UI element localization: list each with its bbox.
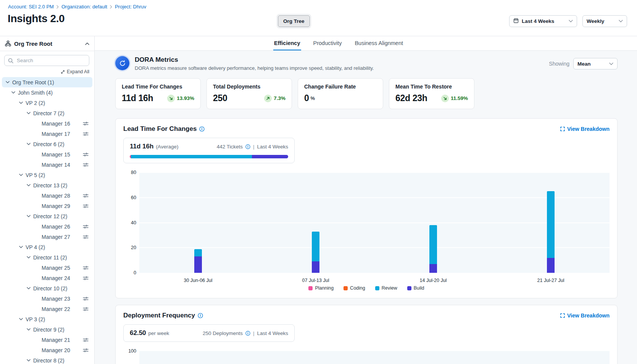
breadcrumb-link[interactable]: Organization: default <box>61 4 107 10</box>
tree-item-manager-26[interactable]: Manager 26 <box>0 221 94 232</box>
chevron-down-icon[interactable] <box>27 359 31 362</box>
tree-item-vp-2-2[interactable]: VP 2 (2) <box>0 98 94 108</box>
info-icon[interactable] <box>245 331 250 336</box>
chevron-down-icon[interactable] <box>6 81 10 84</box>
tab-efficiency[interactable]: Efficiency <box>273 36 301 50</box>
filter-icon[interactable] <box>83 235 89 239</box>
org-tree-header[interactable]: Org Tree Root <box>0 36 94 51</box>
chevron-up-icon[interactable] <box>85 42 89 45</box>
org-tree-button[interactable]: Org Tree <box>278 15 310 27</box>
filter-icon[interactable] <box>83 224 89 229</box>
gridline <box>139 197 610 198</box>
legend-item-build[interactable]: Build <box>407 285 424 291</box>
filter-icon[interactable] <box>83 193 89 198</box>
tree-item-vp-5-2[interactable]: VP 5 (2) <box>0 170 94 180</box>
tab-business-alignment[interactable]: Business Alignment <box>354 36 404 50</box>
chevron-down-icon[interactable] <box>27 184 31 187</box>
trend-down-icon <box>441 95 449 102</box>
tree-item-label: Manager 21 <box>42 337 70 343</box>
chevron-down-icon[interactable] <box>27 143 31 145</box>
filter-icon[interactable] <box>83 307 89 311</box>
filter-icon[interactable] <box>83 276 89 280</box>
legend-label: Coding <box>350 285 365 291</box>
chevron-down-icon[interactable] <box>19 318 23 321</box>
filter-icon[interactable] <box>83 121 89 126</box>
tree-item-manager-27[interactable]: Manager 27 <box>0 232 94 242</box>
tree-item-manager-21[interactable]: Manager 21 <box>0 335 94 345</box>
aggregation-select[interactable]: Mean <box>573 58 618 69</box>
tree-item-director-12-2[interactable]: Director 12 (2) <box>0 211 94 221</box>
tree-item-director-6-2[interactable]: Director 6 (2) <box>0 139 94 149</box>
bar-segment-review <box>312 232 319 262</box>
tree-item-manager-23[interactable]: Manager 23 <box>0 293 94 304</box>
tree-item-org-tree-root-1[interactable]: Org Tree Root (1) <box>2 77 92 87</box>
breadcrumb-link[interactable]: Project: Dhruv <box>115 4 146 10</box>
chevron-down-icon[interactable] <box>27 112 31 114</box>
chevron-down-icon[interactable] <box>27 328 31 331</box>
tree-item-director-9-2[interactable]: Director 9 (2) <box>0 324 94 335</box>
tree-item-manager-17[interactable]: Manager 17 <box>0 129 94 139</box>
distribution-segment-build <box>252 155 288 158</box>
expand-all-button[interactable]: Expand All <box>0 69 89 74</box>
filter-icon[interactable] <box>83 163 89 167</box>
bar-21-jul-27-jul <box>547 172 555 273</box>
tree-item-manager-25[interactable]: Manager 25 <box>0 263 94 273</box>
tree-item-manager-15[interactable]: Manager 15 <box>0 149 94 159</box>
bar-07-jul-13-jul <box>312 172 319 273</box>
filter-icon[interactable] <box>83 152 89 157</box>
chevron-down-icon[interactable] <box>27 256 31 259</box>
filter-icon[interactable] <box>83 266 89 270</box>
tree-item-director-11-2[interactable]: Director 11 (2) <box>0 252 94 263</box>
tree-item-manager-28[interactable]: Manager 28 <box>0 190 94 201</box>
breadcrumb-link[interactable]: Account: SEI 2.0 PM <box>8 4 54 10</box>
tree-item-director-10-2[interactable]: Director 10 (2) <box>0 283 94 293</box>
chevron-down-icon[interactable] <box>19 174 23 176</box>
tree-item-label: Manager 29 <box>42 203 70 209</box>
tree-item-vp-3-2[interactable]: VP 3 (2) <box>0 314 94 324</box>
filter-icon[interactable] <box>83 132 89 136</box>
chevron-down-icon[interactable] <box>27 215 31 217</box>
page-header: Account: SEI 2.0 PMOrganization: default… <box>0 0 637 36</box>
tree-item-manager-20[interactable]: Manager 20 <box>0 345 94 355</box>
filter-icon[interactable] <box>83 338 89 342</box>
granularity-select[interactable]: Weekly <box>582 15 627 27</box>
metric-label: Change Failure Rate <box>304 84 377 90</box>
view-breakdown-button[interactable]: View Breakdown <box>560 312 610 319</box>
filter-icon[interactable] <box>83 204 89 208</box>
filter-icon[interactable] <box>83 348 89 353</box>
aggregation-value: Mean <box>577 61 591 67</box>
tree-item-director-8-2[interactable]: Director 8 (2) <box>0 355 94 364</box>
tab-productivity[interactable]: Productivity <box>313 36 343 50</box>
chevron-down-icon[interactable] <box>19 246 23 248</box>
chevron-down-icon[interactable] <box>19 101 23 104</box>
tree-item-director-13-2[interactable]: Director 13 (2) <box>0 180 94 190</box>
info-icon[interactable] <box>245 144 250 149</box>
chart-legend: PlanningCodingReviewBuild <box>123 285 610 292</box>
tree-item-manager-24[interactable]: Manager 24 <box>0 273 94 283</box>
search-input[interactable] <box>16 57 85 64</box>
tree-item-john-smith-4[interactable]: John Smith (4) <box>0 87 94 98</box>
date-range-select[interactable]: Last 4 Weeks <box>509 15 577 27</box>
tree-item-manager-29[interactable]: Manager 29 <box>0 201 94 211</box>
filter-icon[interactable] <box>83 296 89 301</box>
sidebar: Org Tree Root Expand All Org Tree Root (… <box>0 36 95 364</box>
legend-item-review[interactable]: Review <box>375 285 397 291</box>
tree-item-manager-14[interactable]: Manager 14 <box>0 159 94 170</box>
view-breakdown-button[interactable]: View Breakdown <box>560 126 610 132</box>
info-icon[interactable] <box>199 126 205 132</box>
legend-item-coding[interactable]: Coding <box>343 285 365 291</box>
x-axis-label: 30 Jun-06 Jul <box>184 278 212 283</box>
tree-item-manager-16[interactable]: Manager 16 <box>0 118 94 129</box>
chevron-down-icon[interactable] <box>11 91 15 94</box>
info-icon[interactable] <box>198 313 203 318</box>
chevron-down-icon[interactable] <box>27 287 31 290</box>
tree-item-label: John Smith (4) <box>18 90 53 96</box>
legend-label: Planning <box>315 285 334 291</box>
tree-item-manager-22[interactable]: Manager 22 <box>0 304 94 314</box>
metric-card-lead-time-for-changes: Lead Time For Changes11d 16h13.93% <box>115 78 201 109</box>
gridline <box>139 222 610 223</box>
legend-item-planning[interactable]: Planning <box>308 285 334 291</box>
tree-item-vp-4-2[interactable]: VP 4 (2) <box>0 242 94 252</box>
metric-value-row: 0% <box>304 93 377 103</box>
tree-item-director-7-2[interactable]: Director 7 (2) <box>0 108 94 118</box>
